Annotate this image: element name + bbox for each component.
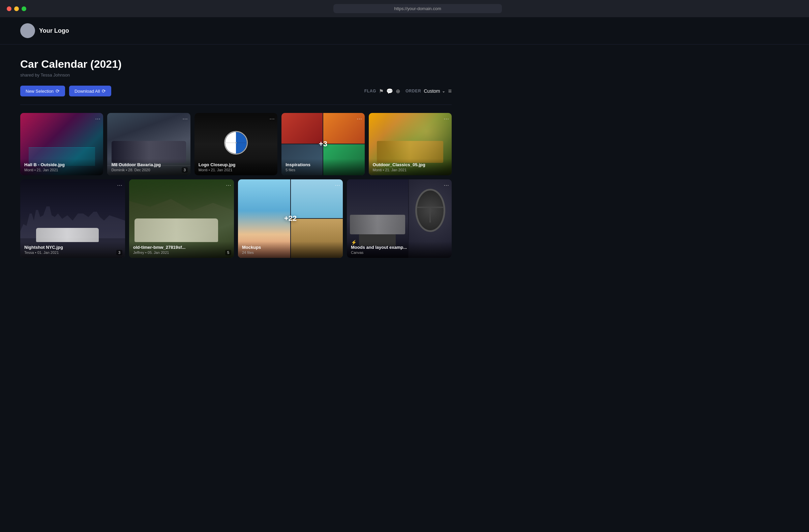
photo-grid-row2: Nightshot NYC.jpg Tessa • 01. Jan 2021 ⋯… [20,179,452,258]
card-content-logo: Logo Closeup.jpg Monti • 21. Jan 2021 [194,159,277,175]
card-menu-mockups[interactable]: ⋯ [335,182,340,188]
order-select-button[interactable]: Custom ⌄ [424,88,445,94]
card-title: Inspirations [286,162,360,167]
logo-area: Your Logo [20,23,69,38]
photo-card-oldtimer[interactable]: old-timer-bmw_27819sf... Jeffrey • 05. J… [129,179,234,258]
card-meta: Monti • 21. Jan 2021 [199,168,273,172]
card-menu-logo[interactable]: ⋯ [269,116,275,122]
photo-card-inspirations[interactable]: +3 Inspirations 5 files ⋯ [281,113,364,175]
photo-card-logo[interactable]: Logo Closeup.jpg Monti • 21. Jan 2021 ⋯ [194,113,277,175]
order-label: ORDER [406,89,421,93]
card-content-m8: M8 Outdoor Bavaria.jpg Dominik • 28. Dec… [107,159,190,175]
card-meta: 5 files [286,168,360,172]
download-icon [102,88,106,94]
gallery-subtitle: shared by Tessa Johnson [20,72,452,78]
logo-text: Your Logo [39,27,69,34]
card-meta: Canvas [351,251,448,255]
photo-card-m8[interactable]: M8 Outdoor Bavaria.jpg Dominik • 28. Dec… [107,113,190,175]
card-title: Logo Closeup.jpg [199,162,273,167]
maximize-button[interactable] [21,6,26,11]
stack-badge-m8: 3 [182,167,188,173]
minimize-button[interactable] [14,6,19,11]
card-content-oldtimer: old-timer-bmw_27819sf... Jeffrey • 05. J… [129,241,234,258]
stack-badge-nightshot: 3 [116,250,122,255]
flag-icon-2[interactable]: 💬 [386,88,393,95]
card-menu-nightshot[interactable]: ⋯ [117,182,122,188]
toolbar-left: New Selection Download All [20,86,111,97]
plus-badge-inspirations: +3 [319,140,327,148]
card-title: Nightshot NYC.jpg [24,245,121,250]
plus-badge-mockups: +22 [284,214,297,223]
card-title: M8 Outdoor Bavaria.jpg [111,162,186,167]
card-meta: Tessa • 01. Jan 2021 [24,251,121,255]
flag-icon-3[interactable]: ⊕ [396,88,400,95]
site-header: Your Logo [0,17,809,45]
card-content-moods: Moods and layout examp... Canvas [347,241,452,258]
card-title: Mockups [242,245,339,250]
card-menu-m8[interactable]: ⋯ [182,116,188,122]
card-menu-moods[interactable]: ⋯ [444,182,449,188]
flag-label: FLAG [364,89,376,93]
gallery-title: Car Calendar (2021) [20,58,452,70]
photo-grid-row1: Hall B - Outside.jpg Monti • 21. Jan 202… [20,113,452,175]
card-menu-outdoor-classics[interactable]: ⋯ [444,116,449,122]
grid-view-icon[interactable]: ≡ [448,88,452,95]
photo-card-mockups[interactable]: +22 Mockups 24 files ⋯ [238,179,343,258]
card-title: Outdoor_Classics_05.jpg [373,162,448,167]
main-content: Car Calendar (2021) shared by Tessa John… [0,45,472,271]
card-meta: Monti • 21. Jan 2021 [373,168,448,172]
flag-icon-1[interactable]: ⚑ [379,88,384,95]
flag-section: FLAG ⚑ 💬 ⊕ [364,88,400,95]
download-all-button[interactable]: Download All [69,86,111,97]
toolbar: New Selection Download All FLAG ⚑ 💬 ⊕ OR… [20,86,452,97]
card-title: Moods and layout examp... [351,245,448,250]
card-content-nightshot: Nightshot NYC.jpg Tessa • 01. Jan 2021 [20,241,125,258]
card-content-outdoor-classics: Outdoor_Classics_05.jpg Monti • 21. Jan … [369,159,452,175]
traffic-lights [7,6,26,11]
divider [20,104,452,105]
photo-card-nightshot[interactable]: Nightshot NYC.jpg Tessa • 01. Jan 2021 ⋯… [20,179,125,258]
photo-card-hall-b[interactable]: Hall B - Outside.jpg Monti • 21. Jan 202… [20,113,103,175]
photo-card-moods[interactable]: ⚡ Moods and layout examp... Canvas ⋯ [347,179,452,258]
close-button[interactable] [7,6,12,11]
address-bar[interactable]: https://your-domain.com [333,4,502,13]
card-meta: Dominik • 28. Dec 2020 [111,168,186,172]
photo-card-outdoor-classics[interactable]: Outdoor_Classics_05.jpg Monti • 21. Jan … [369,113,452,175]
stack-badge-oldtimer: 5 [225,250,231,255]
card-menu-hall-b[interactable]: ⋯ [95,116,101,122]
card-meta: Monti • 21. Jan 2021 [24,168,99,172]
logo-avatar [20,23,35,38]
card-menu-inspirations[interactable]: ⋯ [357,116,362,122]
sync-icon [56,88,60,94]
card-title: old-timer-bmw_27819sf... [133,245,230,250]
flag-icons: ⚑ 💬 ⊕ [379,88,400,95]
card-menu-oldtimer[interactable]: ⋯ [226,182,231,188]
order-section: ORDER Custom ⌄ ≡ [406,88,452,95]
card-content-inspirations: Inspirations 5 files [281,159,364,175]
card-meta: Jeffrey • 05. Jan 2021 [133,251,230,255]
new-selection-button[interactable]: New Selection [20,86,65,97]
card-meta: 24 files [242,251,339,255]
toolbar-right: FLAG ⚑ 💬 ⊕ ORDER Custom ⌄ ≡ [364,88,452,95]
browser-chrome: https://your-domain.com [0,0,809,17]
card-title: Hall B - Outside.jpg [24,162,99,167]
card-content-hall-b: Hall B - Outside.jpg Monti • 21. Jan 202… [20,159,103,175]
card-content-mockups: Mockups 24 files [238,241,343,258]
chevron-down-icon: ⌄ [442,89,445,93]
